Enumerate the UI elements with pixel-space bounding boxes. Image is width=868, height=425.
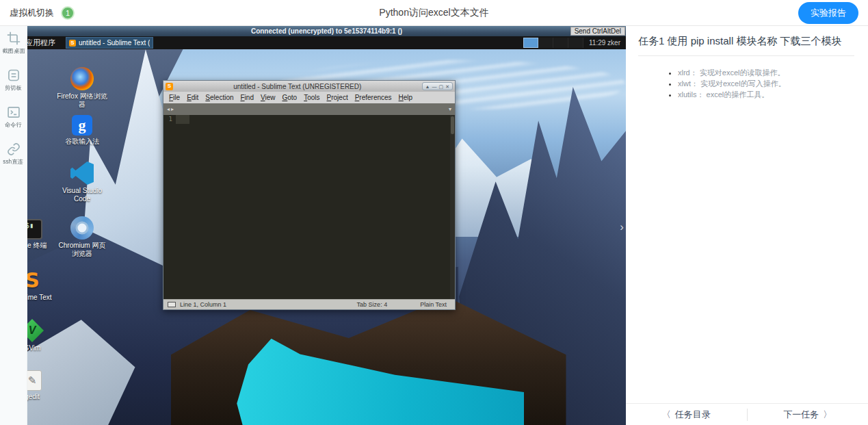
menu-find[interactable]: Find: [237, 94, 257, 101]
vnc-status-bar: Connected (unencrypted) to 5e15374114b9:…: [27, 26, 626, 36]
google-input-icon: g: [72, 115, 92, 136]
taskbar-clock[interactable]: 11:29 zker: [583, 36, 626, 49]
sublime-icon: S: [69, 40, 76, 47]
tool-rail: 截图桌面 剪切板 命令行 ssh直连: [0, 26, 27, 425]
close-button[interactable]: ✕: [445, 84, 449, 89]
chevron-left-icon: 〈: [662, 409, 671, 421]
experiment-report-button[interactable]: 实验报告: [798, 2, 858, 24]
desktop-icon-label: Firefox 网络浏览器: [56, 92, 108, 109]
line-number-gutter: 1: [163, 115, 175, 299]
panel-collapse-handle[interactable]: ›: [618, 219, 626, 235]
task-bullet: xlwt： 实现对excel的写入操作。: [678, 79, 854, 89]
workspace-cell-2[interactable]: [538, 38, 553, 48]
vintage-mode-icon[interactable]: [168, 302, 176, 307]
tool-screenshot[interactable]: 截图桌面: [0, 31, 27, 55]
scrollbar-thumb[interactable]: [451, 116, 454, 134]
task-panel: 任务1 使用 pip install 模块名称 下载三个模块 xlrd： 实现对…: [626, 26, 868, 425]
desktop-icon-label: 谷歌输入法: [65, 138, 99, 146]
menu-preferences[interactable]: Preferences: [352, 94, 395, 101]
tool-clipboard[interactable]: 剪切板: [0, 68, 27, 92]
sublime-window[interactable]: S untitled - Sublime Text (UNREGISTERED)…: [163, 80, 456, 310]
maximize-button[interactable]: ▢: [439, 84, 444, 89]
sublime-menu-bar: File Edit Selection Find View Goto Tools…: [163, 92, 455, 103]
task-panel-footer: 〈 任务目录 下一任务 〉: [626, 403, 868, 425]
task-directory-link[interactable]: 〈 任务目录: [626, 409, 747, 421]
taskbar-spacer: [153, 36, 523, 49]
desktop-icon-label: Visual Studio Code: [56, 187, 108, 203]
desktop-taskbar: 应用程序 S untitled - Sublime Text (UN… 11:2…: [27, 36, 626, 49]
taskbar-window-button[interactable]: S untitled - Sublime Text (UN…: [66, 37, 153, 49]
vm-switch[interactable]: 虚拟机切换 1: [10, 6, 75, 20]
send-ctrl-alt-del-button[interactable]: Send CtrlAltDel: [570, 27, 625, 36]
syntax-indicator[interactable]: Plain Text: [420, 301, 447, 308]
menu-help[interactable]: Help: [395, 94, 417, 101]
desktop-icon-gvim[interactable]: V GVim: [27, 319, 58, 352]
tool-label: 截图桌面: [2, 47, 25, 55]
main-row: 截图桌面 剪切板 命令行 ssh直连: [0, 26, 868, 425]
shade-button[interactable]: ▲: [425, 84, 430, 89]
vnc-status-text: Connected (unencrypted) to 5e15374114b9:…: [251, 27, 402, 35]
gedit-icon: ✎: [27, 370, 42, 391]
desktop-icon-label: Xfce 终端: [27, 242, 47, 250]
menu-tools[interactable]: Tools: [300, 94, 323, 101]
menu-view[interactable]: View: [257, 94, 279, 101]
tool-ssh[interactable]: ssh直连: [0, 142, 27, 166]
vm-count-badge[interactable]: 1: [61, 6, 75, 20]
editor-scrollbar[interactable]: [450, 115, 455, 299]
desktop-icon-label: Chromium 网页浏览器: [56, 242, 108, 258]
desktop-icon-firefox[interactable]: Firefox 网络浏览器: [56, 67, 108, 109]
minimize-button[interactable]: —: [432, 84, 437, 89]
task-bullet: xlutils： excel的操作工具。: [678, 90, 854, 100]
desktop-icon-xfce-terminal[interactable]: $▮ Xfce 终端: [27, 219, 58, 250]
workspace-cell-1[interactable]: [523, 38, 538, 48]
vm-switch-label: 虚拟机切换: [10, 7, 54, 19]
next-task-link[interactable]: 下一任务 〉: [748, 409, 868, 421]
clipboard-icon: [7, 68, 21, 82]
desktop-icon-gedit[interactable]: ✎ gedit: [27, 370, 58, 401]
task-title: 任务1 使用 pip install 模块名称 下载三个模块: [638, 35, 854, 56]
desktop-icon-google-input[interactable]: g 谷歌输入法: [56, 115, 108, 146]
task-bullet-list: xlrd： 实现对excel的读取操作。 xlwt： 实现对excel的写入操作…: [638, 68, 854, 100]
next-task-label: 下一任务: [783, 409, 819, 421]
vnc-viewport: Connected (unencrypted) to 5e15374114b9:…: [27, 26, 626, 425]
sublime-editor[interactable]: 1: [163, 115, 455, 299]
tool-label: 命令行: [5, 121, 22, 129]
tab-list-dropdown-icon[interactable]: ▾: [449, 106, 451, 112]
applications-menu[interactable]: 应用程序: [25, 36, 62, 49]
task-bullet: xlrd： 实现对excel的读取操作。: [678, 68, 854, 78]
desktop-icon-label: gedit: [27, 393, 40, 401]
menu-edit[interactable]: Edit: [183, 94, 202, 101]
menu-project[interactable]: Project: [324, 94, 352, 101]
workspace-switcher: [523, 38, 583, 48]
desktop-icon-sublime[interactable]: S Sublime Text: [27, 268, 58, 302]
sublime-window-title: untitled - Sublime Text (UNREGISTERED): [176, 83, 419, 90]
task-directory-label: 任务目录: [675, 409, 711, 421]
workspace-cell-4[interactable]: [568, 38, 583, 48]
cursor-line-highlight: [176, 115, 189, 124]
tool-terminal[interactable]: 命令行: [0, 105, 27, 129]
sublime-icon: S: [27, 268, 44, 292]
tool-label: 剪切板: [5, 84, 22, 92]
gvim-icon: V: [27, 319, 44, 342]
terminal-icon: [7, 105, 21, 119]
workspace-cell-3[interactable]: [553, 38, 568, 48]
tab-size-indicator[interactable]: Tab Size: 4: [357, 301, 388, 308]
desktop-icon-label: GVim: [27, 344, 40, 352]
task-panel-content: 任务1 使用 pip install 模块名称 下载三个模块 xlrd： 实现对…: [626, 26, 868, 100]
tab-scroll-arrows[interactable]: ◂▸: [167, 106, 175, 112]
sublime-tab-bar: ◂▸ ▾: [163, 103, 455, 115]
app-root: 虚拟机切换 1 Python访问excel文本文件 实验报告 截图桌面 剪切板: [0, 0, 868, 425]
firefox-icon: [70, 67, 94, 90]
xfce-terminal-icon: $▮: [27, 219, 42, 240]
desktop-icon-vscode[interactable]: Visual Studio Code: [56, 162, 108, 203]
window-controls: ▲ — ▢ ✕: [422, 82, 453, 90]
sublime-title-bar[interactable]: S untitled - Sublime Text (UNREGISTERED)…: [163, 81, 455, 92]
chevron-right-icon: 〉: [823, 409, 832, 421]
menu-selection[interactable]: Selection: [202, 94, 237, 101]
vscode-icon: [70, 162, 94, 185]
tool-label: ssh直连: [3, 158, 23, 166]
desktop[interactable]: Firefox 网络浏览器 g 谷歌输入法 Visual Studio Code…: [27, 49, 626, 425]
menu-goto[interactable]: Goto: [278, 94, 300, 101]
menu-file[interactable]: File: [166, 94, 183, 101]
desktop-icon-chromium[interactable]: Chromium 网页浏览器: [56, 216, 108, 258]
